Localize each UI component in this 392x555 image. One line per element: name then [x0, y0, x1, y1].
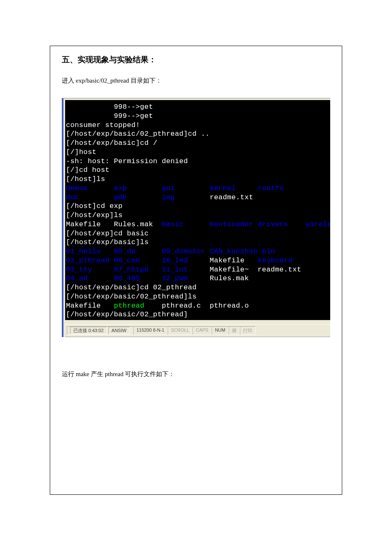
post-text: 运行 make 产生 pthread 可执行文件如下： — [62, 370, 330, 378]
terminal-window: 998-->get 999-->get consumer stopped! [/… — [62, 98, 330, 337]
status-capture: 捕 — [229, 326, 240, 335]
status-serial: 115200 8-N-1 — [133, 326, 168, 335]
status-print: 打印 — [240, 326, 256, 335]
section-heading: 五、实现现象与实验结果： — [62, 54, 330, 65]
terminal-output: 998-->get 999-->get consumer stopped! [/… — [65, 100, 330, 320]
status-num: NUM — [212, 326, 229, 335]
status-bar: 已连接 0:43:02 ANSIW 115200 8-N-1 SCROLL CA… — [65, 324, 330, 337]
document-page: 五、实现现象与实验结果： 进入 exp/basic/02_pthread 目录如… — [50, 46, 342, 495]
status-connection: 已连接 0:43:02 ANSIW — [67, 326, 133, 335]
status-caps: CAPS — [192, 326, 212, 335]
status-scroll: SCROLL — [168, 326, 192, 335]
intro-text: 进入 exp/basic/02_pthread 目录如下： — [62, 77, 330, 85]
